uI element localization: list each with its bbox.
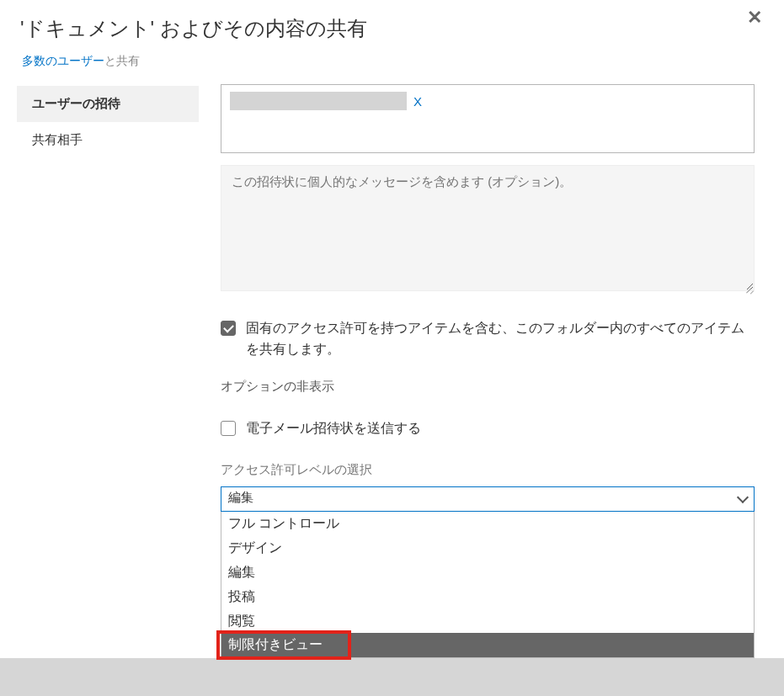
remove-recipient-icon[interactable]: X [413, 94, 422, 109]
send-email-row: 電子メール招待状を送信する [221, 418, 755, 439]
sidebar-item-invite[interactable]: ユーザーの招待 [17, 86, 199, 122]
resize-handle-icon[interactable] [744, 284, 753, 293]
permission-option-restricted-view[interactable]: 制限付きビュー [221, 633, 754, 657]
inherit-permissions-label: 固有のアクセス許可を持つアイテムを含む、このフォルダー内のすべてのアイテムを共有… [246, 318, 755, 360]
sidebar-item-label: ユーザーの招待 [32, 96, 120, 110]
share-dialog: 'ドキュメント' およびその内容の共有 ✕ 多数のユーザーと共有 ユーザーの招待… [0, 0, 784, 658]
message-input[interactable] [221, 165, 755, 291]
close-icon[interactable]: ✕ [742, 8, 767, 27]
breadcrumb: 多数のユーザーと共有 [17, 50, 767, 81]
permission-option-contribute[interactable]: 投稿 [221, 585, 754, 609]
dialog-header: 'ドキュメント' およびその内容の共有 ✕ [17, 8, 767, 50]
hide-options-link[interactable]: オプションの非表示 [221, 379, 755, 395]
permission-option-read[interactable]: 閲覧 [221, 609, 754, 634]
breadcrumb-suffix: と共有 [104, 54, 140, 67]
permission-select-wrap: 編集 フル コントロール デザイン 編集 投稿 閲覧 制限付きビュー [221, 486, 755, 658]
permission-option-full-control[interactable]: フル コントロール [221, 512, 754, 536]
send-email-label: 電子メール招待状を送信する [246, 418, 421, 439]
dialog-body: ユーザーの招待 共有相手 X 固有のアクセス許可を持つアイテムを含む、このフォル… [17, 81, 767, 658]
breadcrumb-link[interactable]: 多数のユーザー [22, 54, 104, 67]
permission-option-design[interactable]: デザイン [221, 536, 754, 561]
permission-level-label: アクセス許可レベルの選択 [221, 462, 755, 478]
permission-select[interactable]: 編集 [221, 486, 755, 512]
sidebar: ユーザーの招待 共有相手 [17, 81, 199, 658]
send-email-checkbox[interactable] [221, 421, 236, 436]
inherit-permissions-row: 固有のアクセス許可を持つアイテムを含む、このフォルダー内のすべてのアイテムを共有… [221, 318, 755, 360]
permission-select-value: 編集 [228, 490, 253, 504]
recipient-name [230, 92, 407, 110]
permission-dropdown: フル コントロール デザイン 編集 投稿 閲覧 制限付きビュー [221, 512, 755, 658]
sidebar-item-label: 共有相手 [32, 132, 83, 146]
sidebar-item-shared-with[interactable]: 共有相手 [17, 122, 199, 158]
inherit-permissions-checkbox[interactable] [221, 321, 236, 336]
recipients-input[interactable]: X [221, 84, 755, 153]
dialog-title: 'ドキュメント' およびその内容の共有 [17, 8, 367, 50]
permission-option-edit[interactable]: 編集 [221, 561, 754, 585]
recipient-chip: X [230, 92, 422, 110]
content-pane: X 固有のアクセス許可を持つアイテムを含む、このフォルダー内のすべてのアイテムを… [199, 81, 755, 658]
